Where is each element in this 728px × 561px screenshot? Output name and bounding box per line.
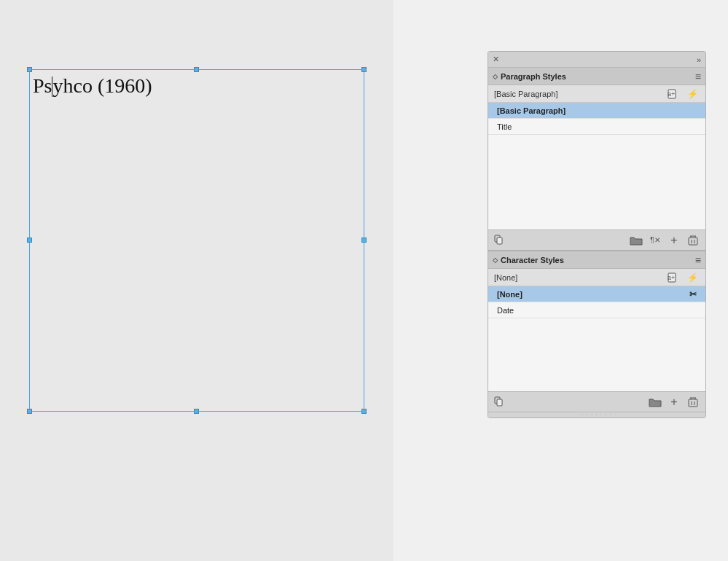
character-new-button[interactable]: + [666,394,682,410]
character-styles-section: ◇ Character Styles ≡ [None] a+ ⚡ [None] [488,250,705,412]
character-lightning-icon[interactable]: ⚡ [685,270,700,285]
handle-bottom-left[interactable] [27,409,32,414]
paragraph-new-style-icon[interactable]: a+ [666,87,681,101]
panel-close-button[interactable]: ✕ [493,55,499,63]
panel-titlebar: ✕ » [488,52,705,68]
character-styles-list: [None] ✂ Date [488,286,705,391]
text-frame[interactable]: Psyhco (1960) [29,69,364,412]
paragraph-style-item-title[interactable]: Title [488,119,705,135]
paragraph-lightning-icon[interactable]: ⚡ [685,87,700,101]
drag-handle-dots: · · · · · · · [582,412,612,418]
text-cursor [52,76,52,97]
paragraph-styles-list: [Basic Paragraph] Title [488,103,705,230]
svg-rect-13 [497,399,502,406]
paragraph-styles-empty-space [488,135,705,230]
paragraph-style-item-basic[interactable]: [Basic Paragraph] [488,103,705,119]
text-after-cursor: yhco (1960) [52,74,152,97]
character-styles-menu-icon[interactable]: ≡ [695,254,701,266]
handle-bottom-mid[interactable] [194,409,199,414]
paragraph-styles-title: Paragraph Styles [501,72,566,81]
paragraph-current-style: [Basic Paragraph] [494,90,557,98]
handle-mid-left[interactable] [27,238,32,243]
panel-collapse-button[interactable]: » [697,55,701,64]
canvas-content: Psyhco (1960) [29,47,364,470]
svg-rect-14 [689,399,697,407]
character-styles-title-group: ◇ Character Styles [493,256,564,264]
handle-mid-right[interactable] [361,238,367,243]
character-styles-toolbar: + [488,391,705,412]
handle-top-right[interactable] [361,67,367,72]
styles-panel: ✕ » ◇ Paragraph Styles ≡ [Basic Paragrap… [488,51,706,418]
svg-rect-4 [689,238,697,245]
paragraph-load-button[interactable] [493,232,509,248]
paragraph-styles-section: ◇ Paragraph Styles ≡ [Basic Paragraph] a… [488,68,705,250]
character-load-button[interactable] [493,394,509,410]
panel-drag-handle[interactable]: · · · · · · · [488,412,705,417]
paragraph-folder-button[interactable] [628,232,644,248]
paragraph-styles-toolbar: ¶✕ + [488,230,705,250]
paragraph-styles-title-group: ◇ Paragraph Styles [493,72,566,81]
character-current-style: [None] [494,273,517,282]
paragraph-styles-menu-icon[interactable]: ≡ [695,71,701,82]
paragraph-styles-header: ◇ Paragraph Styles ≡ [488,68,705,85]
svg-rect-3 [497,238,502,244]
paragraph-new-button[interactable]: + [666,232,682,248]
paragraph-diamond-icon: ◇ [493,73,498,80]
handle-bottom-right[interactable] [361,409,367,414]
scissors-icon: ✂ [689,289,697,299]
character-delete-button[interactable] [685,394,701,410]
svg-text:a+: a+ [668,274,675,281]
paragraph-clear-overrides-button[interactable]: ¶✕ [647,232,663,248]
paragraph-styles-status-bar: [Basic Paragraph] a+ ⚡ [488,85,705,103]
handle-top-mid[interactable] [194,67,199,72]
character-diamond-icon: ◇ [493,256,498,264]
canvas-area: Psyhco (1960) [0,0,394,561]
character-styles-header: ◇ Character Styles ≡ [488,251,705,269]
character-style-item-none[interactable]: [None] ✂ [488,286,705,302]
character-styles-empty-space [488,318,705,391]
paragraph-status-icons: a+ ⚡ [666,87,700,101]
frame-text[interactable]: Psyhco (1960) [33,74,152,98]
character-styles-status-bar: [None] a+ ⚡ [488,269,705,286]
character-style-item-date[interactable]: Date [488,302,705,318]
character-styles-title: Character Styles [501,256,564,264]
text-before-cursor: Ps [33,74,52,97]
handle-top-left[interactable] [27,67,32,72]
character-folder-button[interactable] [647,394,663,410]
svg-text:a+: a+ [668,90,675,98]
character-status-icons: a+ ⚡ [666,270,700,285]
paragraph-delete-button[interactable] [685,232,701,248]
character-new-style-icon[interactable]: a+ [666,270,681,285]
